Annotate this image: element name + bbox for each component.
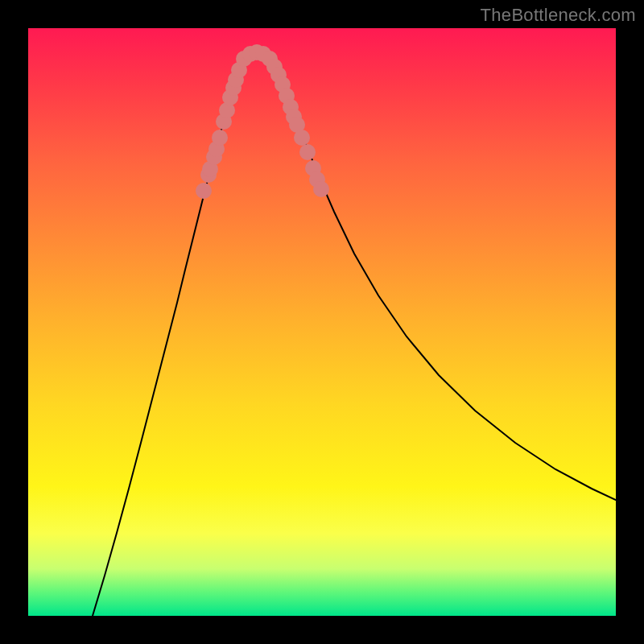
- watermark-text: TheBottleneck.com: [481, 5, 636, 26]
- curve-right-branch: [273, 62, 616, 500]
- marker-cluster: [196, 44, 329, 199]
- chart-svg: [28, 28, 616, 616]
- data-marker: [294, 130, 310, 146]
- data-marker: [313, 181, 329, 197]
- chart-frame: TheBottleneck.com: [0, 0, 644, 644]
- data-marker: [196, 183, 212, 199]
- plot-area: [28, 28, 616, 616]
- data-marker: [212, 130, 228, 146]
- data-marker: [299, 144, 316, 160]
